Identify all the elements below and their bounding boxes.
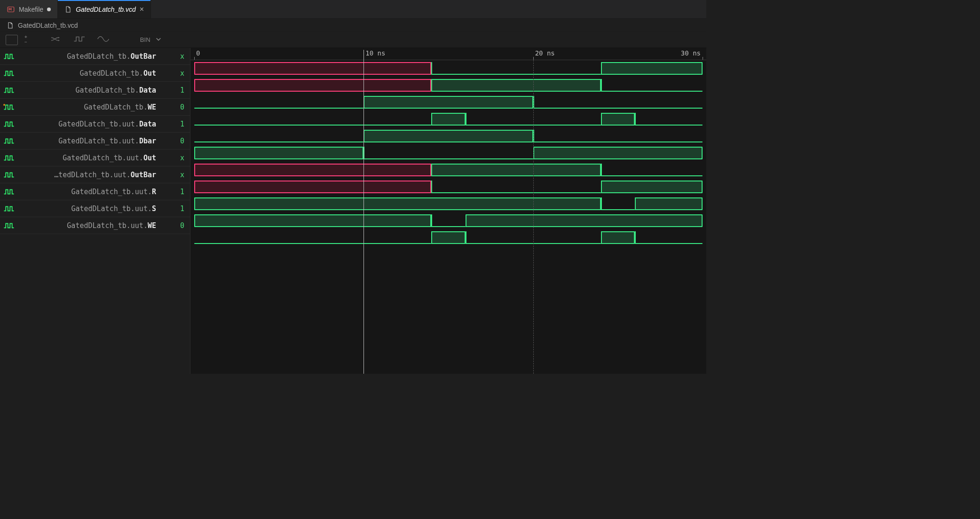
- signal-row[interactable]: …tedDLatch_tb.uut.OutBarx: [0, 166, 190, 183]
- signal-wave-icon: [0, 205, 18, 212]
- wave-edge: [466, 231, 466, 244]
- wave-segment: [364, 158, 533, 159]
- signal-value: 1: [156, 204, 184, 213]
- wave-segment: [431, 226, 465, 227]
- signal-row[interactable]: GatedDLatch_tb.uut.Dbar0: [0, 133, 190, 149]
- signal-row[interactable]: GatedDLatch_tb.uut.Outx: [0, 149, 190, 166]
- wave-segment: [194, 164, 431, 176]
- digital-wave-icon[interactable]: [73, 35, 87, 45]
- analog-wave-icon[interactable]: [97, 35, 111, 45]
- wave-edge: [466, 214, 466, 227]
- wave-segment: [431, 113, 465, 126]
- wave-segment: [533, 147, 703, 159]
- wave-segment: [533, 108, 703, 109]
- chevron-down-icon: [155, 36, 162, 44]
- dirty-dot-icon: [47, 8, 51, 11]
- wave-edge: [431, 113, 432, 126]
- wave-segment: [601, 231, 635, 244]
- breadcrumb-file[interactable]: GatedDLatch_tb.vcd: [18, 22, 78, 29]
- wave-segment: [533, 142, 703, 142]
- wave-edge: [431, 62, 432, 75]
- wave-row[interactable]: [190, 196, 706, 212]
- wave-row[interactable]: [190, 111, 706, 128]
- radix-value: BIN: [140, 36, 150, 43]
- signal-name: GatedDLatch_tb.uut.WE: [18, 221, 156, 230]
- wave-row[interactable]: [190, 128, 706, 145]
- wave-segment: [194, 243, 431, 244]
- svg-rect-0: [8, 7, 14, 12]
- wave-segment: [194, 147, 364, 159]
- wave-edge: [431, 214, 432, 227]
- wave-segment: [364, 96, 533, 109]
- wave-segment: [194, 214, 431, 227]
- wave-segment: [601, 113, 635, 126]
- signal-name: GatedDLatch_tb.uut.R: [18, 188, 156, 196]
- radix-select[interactable]: BIN: [135, 34, 166, 45]
- gridline: [533, 60, 534, 374]
- signal-value: 0: [156, 137, 184, 145]
- wave-row[interactable]: [190, 229, 706, 246]
- signal-row[interactable]: GatedDLatch_tb.uut.R1: [0, 183, 190, 200]
- makefile-icon: [7, 5, 15, 14]
- signal-wave-icon: [0, 188, 18, 196]
- wave-segment: [431, 164, 601, 176]
- signal-row[interactable]: GatedDLatch_tb.Outx: [0, 65, 190, 82]
- tab-vcd[interactable]: GatedDLatch_tb.vcd ×: [58, 0, 151, 18]
- signal-row[interactable]: GatedDLatch_tb.WE0: [0, 99, 190, 116]
- wave-segment: [601, 181, 703, 193]
- wave-row[interactable]: [190, 94, 706, 111]
- wave-row[interactable]: [190, 145, 706, 162]
- signal-value: x: [156, 154, 184, 162]
- wave-row[interactable]: [190, 60, 706, 77]
- signal-name: GatedDLatch_tb.uut.Out: [18, 154, 156, 162]
- wave-row[interactable]: [190, 162, 706, 179]
- signal-value: 1: [156, 120, 184, 128]
- signal-wave-icon: [0, 154, 18, 162]
- waveform-panel[interactable]: 010 ns20 ns30 ns: [190, 48, 706, 374]
- color-swatch-button[interactable]: [6, 35, 18, 45]
- signal-wave-icon: [0, 222, 18, 229]
- signal-row[interactable]: GatedDLatch_tb.uut.S1: [0, 200, 190, 217]
- wave-edge: [431, 79, 432, 92]
- close-icon[interactable]: ×: [140, 6, 144, 13]
- signal-name: GatedDLatch_tb.OutBar: [18, 52, 156, 61]
- signal-name: GatedDLatch_tb.uut.Dbar: [18, 137, 156, 145]
- wave-edge: [431, 231, 432, 244]
- signal-wave-icon: [0, 53, 18, 60]
- signal-value: x: [156, 171, 184, 179]
- wave-row[interactable]: [190, 212, 706, 229]
- signal-wave-icon: [0, 171, 18, 179]
- wave-row[interactable]: [190, 179, 706, 196]
- tab-makefile[interactable]: Makefile: [0, 0, 58, 18]
- wave-edge: [635, 231, 636, 244]
- wave-toolbar: +− BIN: [0, 32, 706, 48]
- wave-edge: [635, 197, 636, 210]
- wave-segment: [601, 62, 703, 75]
- wave-segment: [431, 74, 601, 75]
- wave-edge: [601, 62, 602, 75]
- wave-row[interactable]: [190, 77, 706, 94]
- tab-label: GatedDLatch_tb.vcd: [76, 6, 136, 13]
- signal-row[interactable]: GatedDLatch_tb.Data1: [0, 82, 190, 99]
- time-cursor[interactable]: [364, 50, 364, 374]
- wave-segment: [601, 91, 703, 92]
- signal-name: …tedDLatch_tb.uut.OutBar: [18, 171, 156, 179]
- shuffle-icon[interactable]: [50, 35, 64, 45]
- wave-edge: [601, 181, 602, 193]
- signal-row[interactable]: GatedDLatch_tb.uut.WE0: [0, 217, 190, 234]
- signal-list[interactable]: GatedDLatch_tb.OutBarxGatedDLatch_tb.Out…: [0, 48, 190, 374]
- zoom-plusminus[interactable]: +−: [24, 35, 27, 45]
- wave-segment: [194, 125, 431, 126]
- tab-label: Makefile: [19, 6, 43, 13]
- signal-row[interactable]: GatedDLatch_tb.uut.Data1: [0, 116, 190, 133]
- wave-edge: [466, 113, 466, 126]
- file-icon: [64, 6, 72, 13]
- main-area: GatedDLatch_tb.OutBarxGatedDLatch_tb.Out…: [0, 48, 706, 374]
- wave-segment: [364, 130, 533, 142]
- wave-edge: [601, 113, 602, 126]
- time-ruler[interactable]: 010 ns20 ns30 ns: [190, 48, 706, 60]
- wave-edge: [601, 197, 602, 210]
- signal-name: GatedDLatch_tb.uut.Data: [18, 120, 156, 128]
- signal-wave-icon: [0, 120, 18, 128]
- signal-row[interactable]: GatedDLatch_tb.OutBarx: [0, 48, 190, 65]
